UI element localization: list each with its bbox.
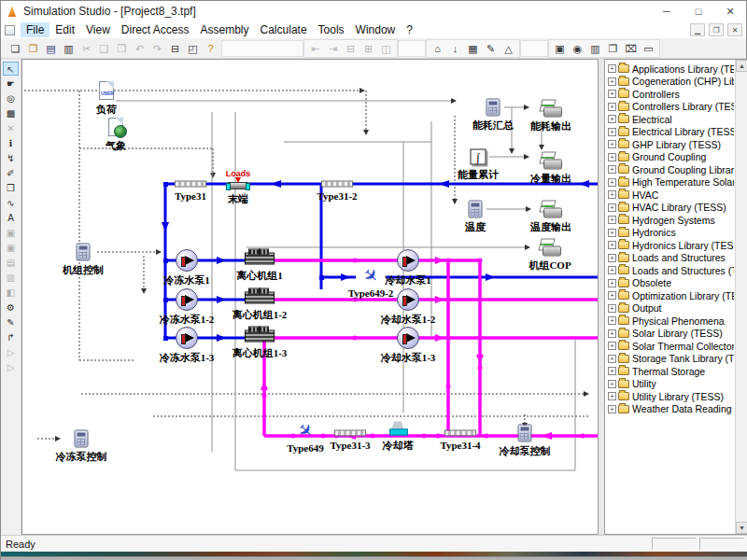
menu-view[interactable]: View xyxy=(80,22,116,37)
expand-icon[interactable]: + xyxy=(608,329,616,338)
tree-item-thermal-storage[interactable]: +Thermal Storage xyxy=(606,365,734,378)
copy-icon[interactable]: ❑ xyxy=(96,41,112,56)
flag-a-icon[interactable]: ▷ xyxy=(3,345,19,359)
expand-icon[interactable]: + xyxy=(608,115,616,123)
select-tool-icon[interactable]: ↖ xyxy=(3,62,19,76)
block-c-icon[interactable]: ▤ xyxy=(3,256,19,270)
new-file-icon[interactable]: ❏ xyxy=(7,41,23,56)
undo-icon[interactable]: ↶ xyxy=(132,41,148,56)
settings-tool-icon[interactable]: ⚙ xyxy=(3,301,19,315)
menu-tools[interactable]: Tools xyxy=(313,22,350,37)
tree-item-optimization-library-tess[interactable]: +Optimization Library (TESS) xyxy=(606,289,734,302)
tree-item-controllers-library-tess[interactable]: +Controllers Library (TESS) xyxy=(606,101,734,114)
tree-item-ground-coupling-library-tess[interactable]: +Ground Coupling Library (TESS) xyxy=(606,163,734,176)
zoom-tool-icon[interactable]: ◎ xyxy=(3,91,19,105)
pan-tool-icon[interactable]: ☛ xyxy=(3,77,19,91)
pen-tool-icon[interactable]: ✎ xyxy=(3,315,19,329)
block-a-icon[interactable]: ▣ xyxy=(3,226,19,240)
expand-icon[interactable]: + xyxy=(608,342,616,350)
fit-vertical-icon[interactable]: ⇥ xyxy=(325,41,341,56)
show-trace-icon[interactable]: ⌧ xyxy=(623,41,639,56)
align-vertical-icon[interactable]: ⊞ xyxy=(360,41,376,56)
tree-item-hvac[interactable]: +HVAC xyxy=(606,189,734,202)
pin-icon[interactable]: ✎ xyxy=(483,41,499,56)
expand-icon[interactable]: + xyxy=(608,279,616,287)
expand-icon[interactable]: + xyxy=(608,64,616,73)
print-preview-icon[interactable]: ◰ xyxy=(185,41,201,56)
tree-item-utility-library-tess[interactable]: +Utility Library (TESS) xyxy=(606,390,734,403)
grid-tool-icon[interactable]: ▩ xyxy=(3,106,19,120)
info-tool-icon[interactable]: ℹ xyxy=(3,136,19,150)
expand-icon[interactable]: + xyxy=(608,254,616,262)
expand-icon[interactable]: + xyxy=(608,266,616,274)
tree-item-high-temperature-solar-tess[interactable]: +High Temperature Solar (TESS) xyxy=(606,176,734,189)
show-globe-icon[interactable]: ◉ xyxy=(570,41,585,56)
expand-icon[interactable]: + xyxy=(608,103,616,111)
connect-tool-icon[interactable]: ↯ xyxy=(3,151,19,165)
tree-item-cogeneration-chp-library-tess[interactable]: +Cogeneration (CHP) Library (TESS) xyxy=(606,76,734,89)
expand-icon[interactable]: + xyxy=(608,165,616,174)
show-lock-icon[interactable]: ▥ xyxy=(587,41,603,56)
expand-icon[interactable]: + xyxy=(608,153,616,161)
menu-file[interactable]: File xyxy=(21,22,49,37)
scroll-up-icon[interactable]: ▲ xyxy=(736,60,747,72)
arrange-icon[interactable]: ◫ xyxy=(378,41,394,56)
delete-tool-icon[interactable]: ✕ xyxy=(3,121,19,135)
scroll-down-icon[interactable]: ▼ xyxy=(736,522,747,534)
parameter-table-icon[interactable]: ▦ xyxy=(465,41,481,56)
block-b-icon[interactable]: ▣ xyxy=(3,241,19,255)
expand-icon[interactable]: + xyxy=(608,380,616,388)
show-layers-icon[interactable]: ❐ xyxy=(605,41,621,56)
run-tool-icon[interactable]: ↱ xyxy=(3,330,19,344)
expand-icon[interactable]: + xyxy=(608,77,616,86)
expand-icon[interactable]: + xyxy=(608,178,616,187)
align-horizontal-icon[interactable]: ⊟ xyxy=(343,41,359,56)
expand-icon[interactable]: + xyxy=(608,405,616,413)
tree-item-loads-and-structures[interactable]: +Loads and Structures xyxy=(606,252,734,265)
tree-item-electrical[interactable]: +Electrical xyxy=(606,113,734,126)
expand-icon[interactable]: + xyxy=(608,316,616,325)
save-icon[interactable]: ▤ xyxy=(43,41,59,56)
tree-scrollbar[interactable]: ▲ ▼ xyxy=(735,60,747,534)
show-panel-icon[interactable]: ▭ xyxy=(641,41,656,56)
expand-icon[interactable]: + xyxy=(608,90,616,98)
expand-icon[interactable]: + xyxy=(608,304,616,313)
open-file-icon[interactable]: ❐ xyxy=(25,41,41,56)
expand-icon[interactable]: + xyxy=(608,241,616,249)
tree-item-ground-coupling[interactable]: +Ground Coupling xyxy=(606,151,734,164)
tree-item-obsolete[interactable]: +Obsolete xyxy=(606,277,734,290)
cut-icon[interactable]: ✂ xyxy=(78,41,94,56)
expand-icon[interactable]: + xyxy=(608,355,616,363)
expand-icon[interactable]: + xyxy=(608,140,616,148)
hierarchy-icon[interactable]: ⌂ xyxy=(430,41,445,56)
tree-item-applications-library-tess[interactable]: +Applications Library (TESS) xyxy=(606,63,734,76)
menu-calculate[interactable]: Calculate xyxy=(255,22,313,37)
expand-icon[interactable]: + xyxy=(608,229,616,237)
tree-item-loads-and-structures-tess[interactable]: +Loads and Structures (TESS) xyxy=(606,264,734,277)
menu-edit[interactable]: Edit xyxy=(49,22,80,37)
link-curve-tool-icon[interactable]: ∿ xyxy=(3,196,19,210)
maximize-button[interactable]: □ xyxy=(683,1,714,21)
close-button[interactable]: ✕ xyxy=(714,1,746,21)
expand-icon[interactable]: + xyxy=(608,128,616,136)
help-icon[interactable]: ? xyxy=(203,41,218,56)
paste-icon[interactable]: ❒ xyxy=(114,41,130,56)
output-download-icon[interactable]: ↓ xyxy=(447,41,463,56)
show-links-icon[interactable]: ▣ xyxy=(552,41,568,56)
tree-item-electrical-library-tess[interactable]: +Electrical Library (TESS) xyxy=(606,126,734,139)
tree-item-solar-thermal-collectors[interactable]: +Solar Thermal Collectors xyxy=(606,340,734,353)
mdi-close-button[interactable]: ✕ xyxy=(727,23,742,36)
tree-item-hvac-library-tess[interactable]: +HVAC Library (TESS) xyxy=(606,202,734,215)
expand-icon[interactable]: + xyxy=(608,216,616,224)
tree-item-controllers[interactable]: +Controllers xyxy=(606,88,734,101)
tree-item-physical-phenomena[interactable]: +Physical Phenomena xyxy=(606,315,734,328)
tree-item-hydrogen-systems[interactable]: +Hydrogen Systems xyxy=(606,214,734,227)
mdi-restore-button[interactable]: ❐ xyxy=(709,23,724,36)
menu-window[interactable]: Window xyxy=(350,22,402,37)
tree-item-hydronics-library-tess[interactable]: +Hydronics Library (TESS) xyxy=(606,239,734,252)
menu-direct-access[interactable]: Direct Access xyxy=(116,22,195,37)
tree-item-utility[interactable]: +Utility xyxy=(606,378,734,391)
block-e-icon[interactable]: ◧ xyxy=(3,286,19,300)
text-tool-icon[interactable]: A xyxy=(3,211,19,225)
tree-item-solar-library-tess[interactable]: +Solar Library (TESS) xyxy=(606,328,734,341)
